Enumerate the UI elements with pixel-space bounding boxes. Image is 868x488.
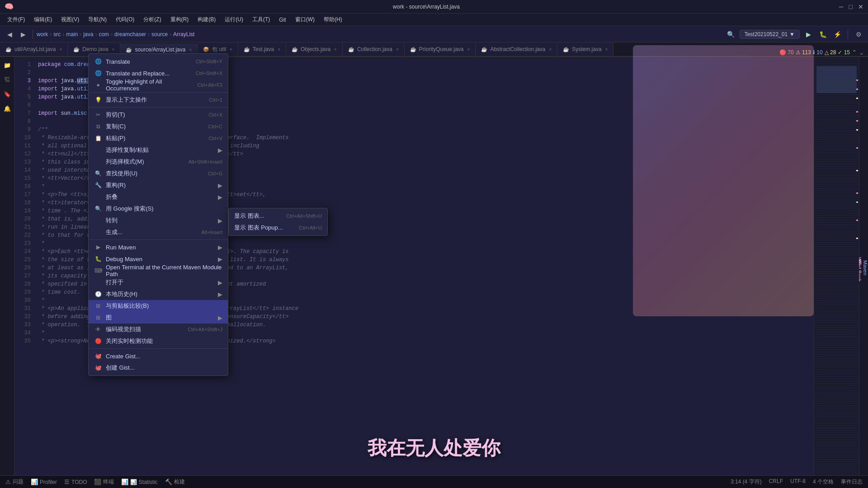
ctx-translate-replace[interactable]: 🌐 Translate and Replace... Ctrl+Shift+X xyxy=(89,67,228,79)
close-realtime-icon: 🔴 xyxy=(94,338,102,344)
ctx-fold-arrow: ▶ xyxy=(218,194,222,201)
cut-icon: ✂ xyxy=(94,112,102,118)
ctx-toggle-highlight-label: Toggle Highlight of All Occurrences xyxy=(106,78,193,92)
ctx-toggle-highlight[interactable]: ● Toggle Highlight of All Occurrences Ct… xyxy=(89,79,228,91)
ctx-create-gist-cn[interactable]: 🐙 创建 Gist... xyxy=(89,362,228,374)
ctx-show-context[interactable]: 💡 显示上下文操作 Ctrl+1 xyxy=(89,94,228,106)
copy-icon: ⧉ xyxy=(94,123,102,130)
ctx-paste[interactable]: 📋 粘贴(P) Ctrl+V xyxy=(89,132,228,144)
ctx-find-usages-shortcut: Ctrl+G xyxy=(208,171,222,176)
ctx-generate-shortcut: Alt+Insert xyxy=(201,230,222,235)
ctx-local-history-arrow: ▶ xyxy=(218,291,222,298)
ctx-sep2 xyxy=(89,107,228,108)
ctx-compare-clipboard[interactable]: ⊞ 与剪贴板比较(B) xyxy=(89,300,228,312)
ctx-close-realtime[interactable]: 🔴 关闭实时检测功能 xyxy=(89,335,228,347)
sub-show-diagram-popup[interactable]: 显示 图表 Popup... Ctrl+Alt+U xyxy=(229,222,327,234)
ctx-cut-label: 剪切(T) xyxy=(106,111,205,119)
ctx-paste-shortcut: Ctrl+V xyxy=(208,136,222,141)
ctx-image-label: 图 xyxy=(106,314,216,322)
translate-icon: 🌐 xyxy=(94,58,102,65)
ctx-open-label: 打开于 xyxy=(106,278,216,286)
ctx-selective-copy-arrow: ▶ xyxy=(218,147,222,154)
refactor-icon: 🔧 xyxy=(94,182,102,188)
ctx-create-gist-label: Create Gist... xyxy=(106,353,222,360)
sub-show-diagram-label: 显示 图表... xyxy=(234,212,286,220)
ctx-translate-label: Translate xyxy=(106,58,192,65)
ctx-debug-maven-label: Debug Maven xyxy=(106,256,216,263)
ctx-goto-label: 转到 xyxy=(106,216,216,225)
sub-show-diagram-popup-label: 显示 图表 Popup... xyxy=(234,224,299,232)
image-icon: ⊞ xyxy=(94,314,102,321)
ctx-selective-copy[interactable]: 选择性复制/粘贴 ▶ xyxy=(89,144,228,156)
ctx-translate[interactable]: 🌐 Translate Ctrl+Shift+Y xyxy=(89,56,228,67)
debug-maven-icon: 🐛 xyxy=(94,256,102,262)
context-menu: 🌐 Translate Ctrl+Shift+Y 🌐 Translate and… xyxy=(88,53,228,376)
ctx-goto-arrow: ▶ xyxy=(218,217,222,224)
sub-show-diagram-shortcut: Ctrl+Alt+Shift+U xyxy=(286,213,322,219)
ctx-column-mode-label: 列选择模式(M) xyxy=(106,158,185,166)
compare-clipboard-icon: ⊞ xyxy=(94,303,102,309)
ctx-column-mode[interactable]: 列选择模式(M) Alt+Shift+Insert xyxy=(89,156,228,168)
ctx-create-gist-cn-label: 创建 Gist... xyxy=(106,364,222,372)
translate-replace-icon: 🌐 xyxy=(94,70,102,76)
ctx-column-mode-shortcut: Alt+Shift+Insert xyxy=(189,159,222,164)
toggle-highlight-icon: ● xyxy=(94,82,102,88)
ctx-translate-replace-shortcut: Ctrl+Shift+X xyxy=(196,70,222,76)
ctx-copy-label: 复制(C) xyxy=(106,122,205,131)
sub-show-diagram[interactable]: 显示 图表... Ctrl+Alt+Shift+U xyxy=(229,210,327,222)
ctx-code-vision-scan[interactable]: 👁 编码视觉扫描 Ctrl+Alt+Shift+J xyxy=(89,324,228,335)
google-search-icon: 🔍 xyxy=(94,206,102,212)
ctx-translate-replace-label: Translate and Replace... xyxy=(106,70,192,77)
ctx-image[interactable]: ⊞ 图 ▶ xyxy=(89,312,228,324)
show-context-icon: 💡 xyxy=(94,97,102,103)
ctx-refactor-label: 重构(R) xyxy=(106,181,216,189)
ctx-translate-shortcut: Ctrl+Shift+Y xyxy=(196,59,222,64)
ctx-refactor[interactable]: 🔧 重构(R) ▶ xyxy=(89,179,228,191)
ctx-copy[interactable]: ⧉ 复制(C) Ctrl+C xyxy=(89,121,228,132)
create-gist-icon: 🐙 xyxy=(94,353,102,359)
sub-show-diagram-popup-shortcut: Ctrl+Alt+U xyxy=(299,225,322,230)
context-menu-overlay[interactable]: 🌐 Translate Ctrl+Shift+Y 🌐 Translate and… xyxy=(0,0,868,488)
ctx-close-realtime-label: 关闭实时检测功能 xyxy=(106,337,222,345)
ctx-open-terminal-label: Open Terminal at the Current Maven Modul… xyxy=(106,264,222,277)
create-gist-cn-icon: 🐙 xyxy=(94,365,102,371)
ctx-sep4 xyxy=(89,348,228,349)
ctx-cut[interactable]: ✂ 剪切(T) Ctrl+X xyxy=(89,109,228,121)
paste-icon: 📋 xyxy=(94,135,102,141)
local-history-icon: 🕐 xyxy=(94,291,102,297)
ctx-fold[interactable]: 折叠 ▶ xyxy=(89,191,228,203)
ctx-local-history[interactable]: 🕐 本地历史(H) ▶ xyxy=(89,288,228,300)
ctx-show-context-shortcut: Ctrl+1 xyxy=(209,97,222,103)
ctx-find-usages[interactable]: 🔍 查找使用(U) Ctrl+G xyxy=(89,168,228,179)
ctx-run-maven[interactable]: ▶ Run Maven ▶ xyxy=(89,241,228,253)
ctx-sep3 xyxy=(89,239,228,240)
ctx-open[interactable]: 打开于 ▶ xyxy=(89,277,228,288)
ctx-image-arrow: ▶ xyxy=(218,314,222,321)
ctx-code-vision-scan-label: 编码视觉扫描 xyxy=(106,325,184,333)
ctx-submenu-image: 显示 图表... Ctrl+Alt+Shift+U 显示 图表 Popup...… xyxy=(228,208,328,236)
ctx-selective-copy-label: 选择性复制/粘贴 xyxy=(106,146,216,154)
ctx-generate[interactable]: 生成... Alt+Insert xyxy=(89,226,228,238)
ctx-copy-shortcut: Ctrl+C xyxy=(208,124,222,129)
ctx-compare-clipboard-label: 与剪贴板比较(B) xyxy=(106,302,222,310)
ctx-local-history-label: 本地历史(H) xyxy=(106,290,216,298)
ctx-open-arrow: ▶ xyxy=(218,279,222,286)
ctx-debug-maven[interactable]: 🐛 Debug Maven ▶ xyxy=(89,253,228,265)
ctx-google-search[interactable]: 🔍 用 Google 搜索(S) xyxy=(89,203,228,215)
ctx-refactor-arrow: ▶ xyxy=(218,182,222,189)
code-vision-scan-icon: 👁 xyxy=(94,326,102,333)
open-terminal-icon: ⌨ xyxy=(94,267,102,274)
ctx-code-vision-scan-shortcut: Ctrl+Alt+Shift+J xyxy=(188,327,222,332)
ctx-google-search-label: 用 Google 搜索(S) xyxy=(106,205,222,213)
ctx-cut-shortcut: Ctrl+X xyxy=(208,112,222,117)
ctx-sep1 xyxy=(89,92,228,93)
ctx-open-terminal[interactable]: ⌨ Open Terminal at the Current Maven Mod… xyxy=(89,265,228,277)
run-maven-icon: ▶ xyxy=(94,244,102,250)
ctx-toggle-highlight-shortcut: Ctrl+Alt+F3 xyxy=(197,82,222,88)
ctx-run-maven-label: Run Maven xyxy=(106,244,216,251)
ctx-create-gist[interactable]: 🐙 Create Gist... xyxy=(89,350,228,362)
ctx-run-maven-arrow: ▶ xyxy=(218,244,222,251)
ctx-show-context-label: 显示上下文操作 xyxy=(106,96,205,104)
ctx-fold-label: 折叠 xyxy=(106,193,216,201)
ctx-goto[interactable]: 转到 ▶ xyxy=(89,215,228,226)
